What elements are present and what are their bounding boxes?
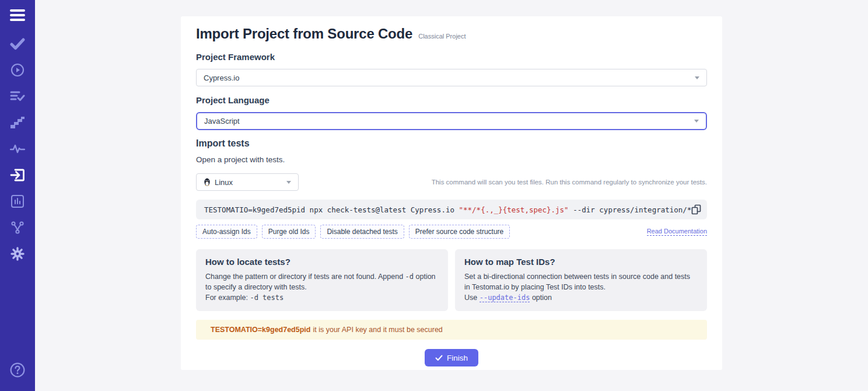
menu-icon[interactable] — [10, 7, 25, 23]
gear-icon[interactable] — [0, 240, 35, 267]
framework-label: Project Framework — [196, 52, 707, 62]
main-area: Import Project from Source Code Classica… — [35, 0, 868, 391]
command-hint: This command will scan you test files. R… — [432, 179, 707, 186]
command-prefix: TESTOMATIO=k9ged7ed5pid npx check-tests@… — [204, 205, 459, 214]
api-key-warning-text: it is your API key and it must be secure… — [313, 326, 442, 334]
inline-code: -d tests — [250, 294, 284, 302]
import-tests-heading: Import tests — [196, 138, 707, 149]
title-row: Import Project from Source Code Classica… — [196, 26, 707, 42]
text: For example: — [205, 294, 250, 302]
page-subtitle: Classical Project — [418, 33, 466, 40]
branch-icon[interactable] — [0, 214, 35, 240]
command-suffix: --dir cypress/integration/* — [569, 205, 692, 214]
linux-penguin-icon — [204, 178, 211, 186]
chevron-down-icon — [286, 181, 291, 184]
info-cards: How to locate tests? Change the pattern … — [196, 249, 707, 311]
os-row: Linux This command will scan you test fi… — [196, 173, 707, 191]
language-select[interactable]: JavaScript — [196, 112, 707, 130]
os-select-value: Linux — [215, 178, 233, 187]
command-pattern: "**/*{.,_}{test,spec}.js" — [459, 205, 569, 214]
framework-select[interactable]: Cypress.io — [196, 69, 707, 86]
list-check-icon[interactable] — [0, 83, 35, 109]
chip-purge-old-ids[interactable]: Purge old Ids — [262, 225, 316, 239]
locate-tests-title: How to locate tests? — [205, 257, 439, 267]
map-test-ids-title: How to map Test IDs? — [464, 257, 698, 267]
api-key-warning: TESTOMATIO=k9ged7ed5pid it is your API k… — [196, 320, 707, 340]
text: option — [530, 294, 552, 302]
options-row: Auto-assign Ids Purge old Ids Disable de… — [196, 225, 707, 239]
command-text: TESTOMATIO=k9ged7ed5pid npx check-tests@… — [204, 205, 691, 214]
check-icon — [435, 355, 443, 361]
locate-tests-body: Change the pattern or directory if tests… — [205, 272, 439, 303]
chip-auto-assign-ids[interactable]: Auto-assign Ids — [196, 225, 257, 239]
command-box: TESTOMATIO=k9ged7ed5pid npx check-tests@… — [196, 200, 707, 219]
chevron-down-icon — [694, 120, 699, 123]
sidebar — [0, 0, 35, 391]
inline-code: -d — [405, 273, 414, 281]
language-label: Project Language — [196, 95, 707, 105]
language-select-value: JavaScript — [204, 117, 240, 125]
text: Set a bi-directional connection between … — [464, 273, 690, 291]
activity-icon[interactable] — [0, 135, 35, 162]
bar-chart-icon[interactable] — [0, 188, 35, 214]
play-circle-icon[interactable] — [0, 57, 35, 83]
chip-disable-detached-tests[interactable]: Disable detached tests — [320, 225, 404, 239]
text: Change the pattern or directory if tests… — [205, 273, 405, 281]
map-test-ids-body: Set a bi-directional connection between … — [464, 272, 698, 303]
update-ids-link[interactable]: --update-ids — [480, 294, 530, 302]
steps-icon[interactable] — [0, 109, 35, 135]
import-icon[interactable] — [0, 162, 35, 188]
import-project-panel: Import Project from Source Code Classica… — [181, 16, 722, 370]
check-icon[interactable] — [0, 30, 35, 57]
finish-row: Finish — [196, 349, 707, 366]
map-test-ids-card: How to map Test IDs? Set a bi-directiona… — [455, 249, 707, 311]
help-icon[interactable] — [0, 357, 35, 383]
chevron-down-icon — [695, 76, 699, 79]
import-tests-subtext: Open a project with tests. — [196, 155, 707, 164]
copy-icon[interactable] — [691, 204, 701, 215]
locate-tests-card: How to locate tests? Change the pattern … — [196, 249, 448, 311]
chip-prefer-source-code-structure[interactable]: Prefer source code structure — [409, 225, 510, 239]
framework-select-value: Cypress.io — [204, 74, 239, 82]
os-select[interactable]: Linux — [196, 173, 299, 191]
api-key-value: TESTOMATIO=k9ged7ed5pid — [211, 326, 310, 334]
finish-button[interactable]: Finish — [425, 349, 478, 366]
finish-button-label: Finish — [447, 354, 468, 362]
read-documentation-link[interactable]: Read Documentation — [647, 228, 707, 236]
page-title: Import Project from Source Code — [196, 26, 412, 42]
text: Use — [464, 294, 480, 302]
